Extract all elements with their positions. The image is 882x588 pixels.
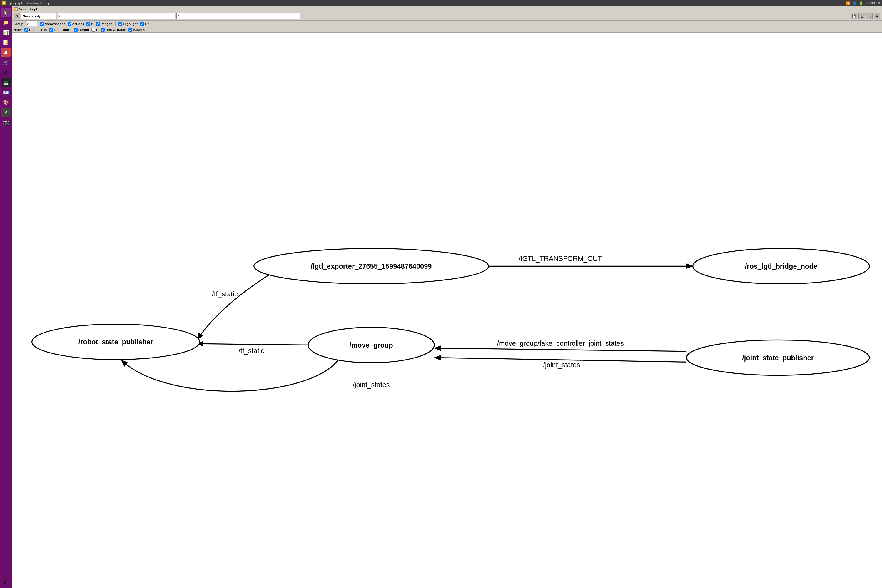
- options-bar: Group: Namespaces Actions tf Images Hi: [12, 21, 882, 27]
- hide-label: Hide:: [14, 28, 22, 32]
- inner-window-icon: 🔀: [14, 7, 18, 11]
- window-title: rqt_graph__RosGraph - rqt: [8, 2, 50, 5]
- group-number-input[interactable]: [27, 21, 38, 27]
- params-group: Params: [129, 28, 145, 32]
- namespaces-checkbox[interactable]: [40, 22, 44, 26]
- dead-sinks-label: Dead sinks: [29, 28, 47, 32]
- tf-label: tf: [91, 22, 93, 26]
- node-label-lgtl-exporter: /lgtl_exporter_27655_1599487640099: [311, 262, 432, 270]
- params-label: Params: [133, 28, 145, 32]
- toolbar: ↻ Nodes only ▾ 💾 🖨 🔍 ✕: [12, 12, 882, 21]
- params-checkbox[interactable]: [129, 28, 132, 32]
- edge-label-tf-static-upper: /tf_static: [212, 290, 238, 298]
- namespaces-checkbox-group: Namespaces: [40, 22, 65, 26]
- images-checkbox-group: Images: [96, 22, 112, 26]
- group-label: Group:: [14, 22, 24, 26]
- actions-label: Actions: [72, 22, 84, 26]
- tf-hide-group: tf: [92, 28, 99, 32]
- view-mode-label: Nodes only: [22, 14, 40, 18]
- tf-checkbox-group: tf: [86, 22, 93, 26]
- sidebar-item-ubuntu[interactable]: 🐧: [1, 8, 10, 17]
- debug-group: Debug: [74, 28, 89, 32]
- edge-label-joint-states-arc: /joint_states: [353, 381, 390, 388]
- node-label-joint-state: /joint_state_publisher: [742, 354, 814, 362]
- sidebar-item-trash[interactable]: 🗑: [1, 578, 10, 587]
- bluetooth-icon: 🔵: [853, 2, 857, 5]
- node-label-robot-state: /robot_state_publisher: [78, 338, 153, 346]
- debug-label: Debug: [78, 28, 89, 32]
- dead-sinks-group: Dead sinks: [24, 28, 47, 32]
- main-window: 🐧 📁 📊 📝 A 🛒 ⚙ 💻 📧 🎨 R 📷 🗑 🔀 Node Graph ↻…: [0, 6, 882, 588]
- actions-checkbox-group: Actions: [68, 22, 84, 26]
- debug-checkbox[interactable]: [74, 28, 78, 32]
- edge-label-fake-controller: /move_group/fake_controller_joint_states: [497, 340, 624, 347]
- titlebar-controls: 📶 🔵 🔋 22:08 ⚙: [846, 2, 880, 5]
- edge-label-lgtl-transform: /lGTL_TRANSFORM_OUT: [519, 255, 602, 262]
- titlebar-left: 🔀 rqt_graph__RosGraph - rqt: [2, 1, 50, 5]
- actions-checkbox[interactable]: [68, 22, 72, 26]
- inner-window-title: Node Graph: [19, 8, 38, 11]
- images-checkbox[interactable]: [96, 22, 100, 26]
- sidebar-item-calc[interactable]: 📊: [1, 28, 10, 37]
- zoom-icon-button[interactable]: 🔍: [866, 13, 873, 20]
- view-mode-dropdown[interactable]: Nodes only ▾: [21, 13, 57, 20]
- unreachable-checkbox[interactable]: [101, 28, 105, 32]
- toolbar-action-icons: 💾 🖨 🔍 ✕: [851, 13, 880, 20]
- sidebar-item-amazon[interactable]: 🛒: [1, 58, 10, 67]
- print-icon-button[interactable]: 🖨: [858, 13, 865, 20]
- close-icon-button[interactable]: ✕: [874, 13, 880, 20]
- leaf-topics-group: Leaf topics: [49, 28, 72, 32]
- leaf-topics-checkbox[interactable]: [49, 28, 53, 32]
- save-icon-button[interactable]: 💾: [851, 13, 857, 20]
- dead-sinks-checkbox[interactable]: [24, 28, 28, 32]
- inner-titlebar: 🔀 Node Graph: [12, 6, 882, 12]
- tf-hide-checkbox[interactable]: [92, 28, 95, 32]
- namespaces-label: Namespaces: [44, 22, 65, 26]
- wifi-icon: 📶: [846, 2, 850, 5]
- titlebar: 🔀 rqt_graph__RosGraph - rqt 📶 🔵 🔋 22:08 …: [0, 0, 882, 6]
- filter-input-1[interactable]: [58, 13, 175, 20]
- tf-checkbox[interactable]: [86, 22, 90, 26]
- sidebar-item-text[interactable]: 📝: [1, 38, 10, 47]
- filter-input-2[interactable]: [176, 13, 300, 20]
- leaf-topics-label: Leaf topics: [54, 28, 72, 32]
- separator-1: [115, 22, 116, 26]
- dropdown-arrow: ▾: [41, 15, 43, 18]
- svg-rect-0: [12, 96, 882, 525]
- sidebar-item-camera[interactable]: 📷: [1, 118, 10, 127]
- sidebar-item-terminal[interactable]: 💻: [1, 78, 10, 87]
- graph-svg: /lGTL_TRANSFORM_OUT /tf_static /tf_stati…: [12, 33, 882, 588]
- sidebar-item-rviz[interactable]: R: [1, 108, 10, 117]
- sidebar: 🐧 📁 📊 📝 A 🛒 ⚙ 💻 📧 🎨 R 📷 🗑: [0, 6, 12, 588]
- refresh-button[interactable]: ↻: [14, 13, 20, 20]
- sidebar-item-email[interactable]: 📧: [1, 88, 10, 97]
- hide-bar: Hide: Dead sinks Leaf topics Debug tf Un…: [12, 27, 882, 33]
- graph-canvas[interactable]: /lGTL_TRANSFORM_OUT /tf_static /tf_stati…: [12, 33, 882, 588]
- highlight-checkbox[interactable]: [118, 22, 122, 26]
- sidebar-item-files[interactable]: 📁: [1, 18, 10, 27]
- edge-label-joint-states-right: /joint_states: [543, 361, 580, 369]
- node-label-ros-lgtl: /ros_lgtl_bridge_node: [745, 262, 818, 270]
- content-area: 🔀 Node Graph ↻ Nodes only ▾ 💾 🖨 🔍 ✕ Grou…: [12, 6, 882, 588]
- sidebar-item-font[interactable]: A: [1, 48, 10, 57]
- clock: 22:08: [866, 2, 875, 5]
- battery-icon: 🔋: [859, 2, 863, 5]
- fit-label: Fit: [145, 22, 149, 26]
- app-icon: 🔀: [2, 1, 6, 5]
- unreachable-group: Unreachable: [101, 28, 126, 32]
- tf-hide-label: tf: [96, 28, 99, 32]
- sidebar-item-settings[interactable]: ⚙: [1, 68, 10, 77]
- edge-label-tf-static-lower: /tf_static: [238, 347, 264, 355]
- settings-icon: ⚙: [877, 2, 880, 5]
- sidebar-item-paint[interactable]: 🎨: [1, 98, 10, 107]
- fit-checkbox[interactable]: [140, 22, 144, 26]
- images-label: Images: [100, 22, 112, 26]
- fit-checkbox-group: Fit: [140, 22, 149, 26]
- unreachable-label: Unreachable: [105, 28, 126, 32]
- node-label-move-group: /move_group: [350, 341, 393, 349]
- highlight-checkbox-group: Highlight: [118, 22, 138, 26]
- highlight-label: Highlight: [123, 22, 138, 26]
- fit-options: ☰: [151, 22, 154, 26]
